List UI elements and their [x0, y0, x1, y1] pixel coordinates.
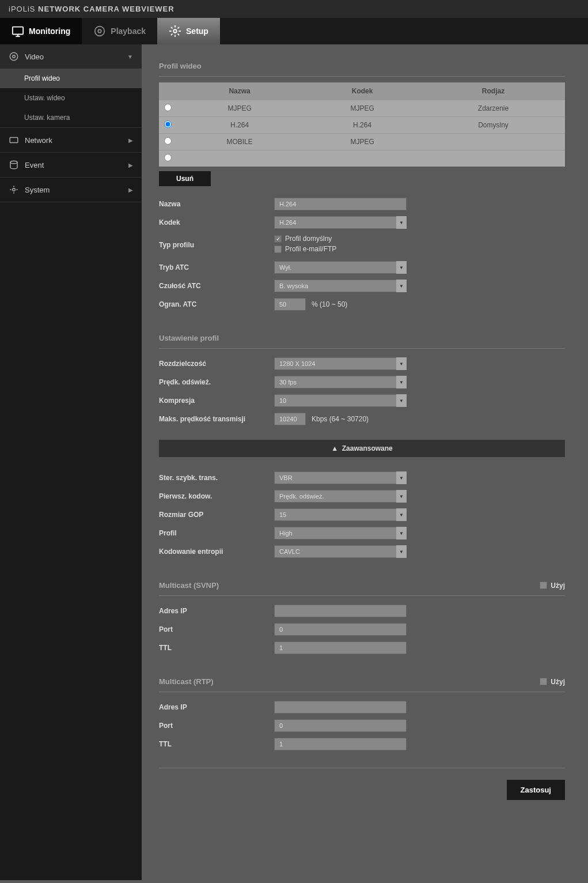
name-input[interactable]	[274, 198, 407, 210]
chevron-right-icon: ▶	[128, 187, 133, 193]
svg-point-3	[95, 27, 105, 36]
apply-button[interactable]: Zastosuj	[507, 780, 565, 800]
rtp-ip-input[interactable]	[274, 701, 407, 714]
gop-label: Rozmiar GOP	[159, 511, 274, 519]
event-icon	[9, 160, 19, 170]
chevron-down-icon: ▼	[127, 54, 133, 60]
advanced-toggle[interactable]: ▲ Zaawansowane	[159, 440, 565, 457]
resolution-label: Rozdzielczość	[159, 360, 274, 368]
codec-label: Kodek	[159, 218, 274, 227]
profiletype-label: Typ profilu	[159, 241, 274, 249]
entropy-label: Kodowanie entropii	[159, 548, 274, 556]
section-title-profil: Profil wideo	[159, 56, 565, 77]
atclimit-hint: % (10 ~ 50)	[312, 300, 347, 308]
tab-playback[interactable]: Playback	[82, 18, 157, 44]
sidebar-item-ustaw-wideo[interactable]: Ustaw. wideo	[0, 88, 142, 108]
svg-point-4	[98, 29, 102, 33]
app-header: iPOLiS NETWORK CAMERA WEBVIEWER	[0, 0, 588, 18]
brand-text: iPOLiS NETWORK CAMERA WEBVIEWER	[9, 5, 174, 13]
profile-label: Profil	[159, 529, 274, 537]
profile-radio[interactable]	[164, 120, 172, 128]
rtp-port-label: Port	[159, 722, 274, 730]
atcsens-select[interactable]	[274, 280, 407, 292]
maxbitrate-label: Maks. prędkość transmisji	[159, 415, 274, 423]
profile-radio[interactable]	[164, 154, 172, 161]
svg-rect-8	[10, 138, 18, 143]
section-title-multicast-rtp: Multicast (RTP) Użyj	[159, 671, 565, 692]
encprio-select[interactable]	[274, 490, 407, 503]
table-row[interactable]: H.264 H.264 Domyslny	[159, 117, 565, 134]
sidebar-system[interactable]: System ▶	[0, 178, 142, 202]
tab-setup[interactable]: Setup	[157, 18, 220, 44]
sidebar-network[interactable]: Network ▶	[0, 128, 142, 152]
svnp-port-label: Port	[159, 625, 274, 633]
chevron-right-icon: ▶	[128, 162, 133, 168]
chevron-right-icon: ▶	[128, 137, 133, 144]
table-row[interactable]: MOBILE MJPEG	[159, 134, 565, 150]
svnp-ttl-label: TTL	[159, 644, 274, 652]
svg-rect-0	[13, 27, 23, 35]
sidebar-item-ustaw-kamera[interactable]: Ustaw. kamera	[0, 108, 142, 127]
encprio-label: Pierwsz. kodow.	[159, 492, 274, 500]
profile-select[interactable]	[274, 527, 407, 539]
name-label: Nazwa	[159, 200, 274, 208]
tab-monitoring[interactable]: Monitoring	[0, 18, 82, 44]
entropy-select[interactable]	[274, 545, 407, 558]
main-content: Profil wideo Nazwa Kodek Rodjaz MJPEG MJ…	[142, 44, 588, 880]
atcsens-label: Czułość ATC	[159, 282, 274, 290]
svnp-use-checkbox[interactable]	[540, 582, 547, 589]
gear-icon	[169, 25, 181, 37]
svg-point-5	[173, 29, 177, 33]
sidebar: Video ▼ Profil wideo Ustaw. wideo Ustaw.…	[0, 44, 142, 880]
default-profile-checkbox[interactable]: ✓	[274, 235, 282, 243]
monitor-icon	[12, 25, 24, 37]
svg-point-7	[13, 55, 16, 58]
bitratectl-select[interactable]	[274, 471, 407, 484]
svnp-ip-input[interactable]	[274, 605, 407, 617]
caret-up-icon: ▲	[331, 444, 338, 452]
maxbitrate-input[interactable]	[274, 413, 306, 425]
atclimit-label: Ogran. ATC	[159, 300, 274, 308]
table-row[interactable]: MJPEG MJPEG Zdarzenie	[159, 100, 565, 117]
sidebar-item-profil-wideo[interactable]: Profil wideo	[0, 69, 142, 88]
svnp-ip-label: Adres IP	[159, 607, 274, 615]
profile-table: Nazwa Kodek Rodjaz MJPEG MJPEG Zdarzenie…	[159, 82, 565, 167]
compression-select[interactable]	[274, 394, 407, 407]
section-title-multicast-svnp: Multicast (SVNP) Użyj	[159, 575, 565, 596]
profile-radio[interactable]	[164, 104, 172, 111]
video-icon	[9, 51, 19, 62]
sidebar-event[interactable]: Event ▶	[0, 153, 142, 177]
framerate-label: Prędk. odśwież.	[159, 378, 274, 386]
profile-radio[interactable]	[164, 137, 172, 145]
email-profile-checkbox[interactable]	[274, 246, 282, 253]
delete-button[interactable]: Usuń	[159, 171, 211, 186]
atcmode-select[interactable]	[274, 261, 407, 274]
svnp-port-input[interactable]	[274, 623, 407, 636]
rtp-port-input[interactable]	[274, 719, 407, 732]
svnp-ttl-input[interactable]	[274, 642, 407, 654]
col-name: Nazwa	[176, 82, 303, 100]
rtp-ttl-label: TTL	[159, 740, 274, 748]
framerate-select[interactable]	[274, 376, 407, 388]
sidebar-video[interactable]: Video ▼	[0, 44, 142, 69]
rtp-ip-label: Adres IP	[159, 703, 274, 711]
rtp-use-checkbox[interactable]	[540, 678, 547, 685]
section-title-ustawienie: Ustawienie profil	[159, 328, 565, 349]
svg-point-10	[13, 188, 16, 191]
table-row[interactable]	[159, 150, 565, 167]
maxbitrate-hint: Kbps (64 ~ 30720)	[312, 415, 369, 423]
compression-label: Kompresja	[159, 397, 274, 405]
atclimit-input[interactable]	[274, 298, 306, 311]
resolution-select[interactable]	[274, 357, 407, 370]
atcmode-label: Tryb ATC	[159, 263, 274, 271]
network-icon	[9, 135, 19, 145]
gop-select[interactable]	[274, 508, 407, 521]
col-type: Rodjaz	[422, 82, 565, 100]
codec-select[interactable]	[274, 216, 407, 229]
playback-icon	[93, 25, 106, 37]
main-tabs: Monitoring Playback Setup	[0, 18, 588, 44]
system-icon	[9, 184, 19, 195]
svg-point-6	[10, 52, 18, 61]
col-codec: Kodek	[303, 82, 422, 100]
rtp-ttl-input[interactable]	[274, 738, 407, 750]
